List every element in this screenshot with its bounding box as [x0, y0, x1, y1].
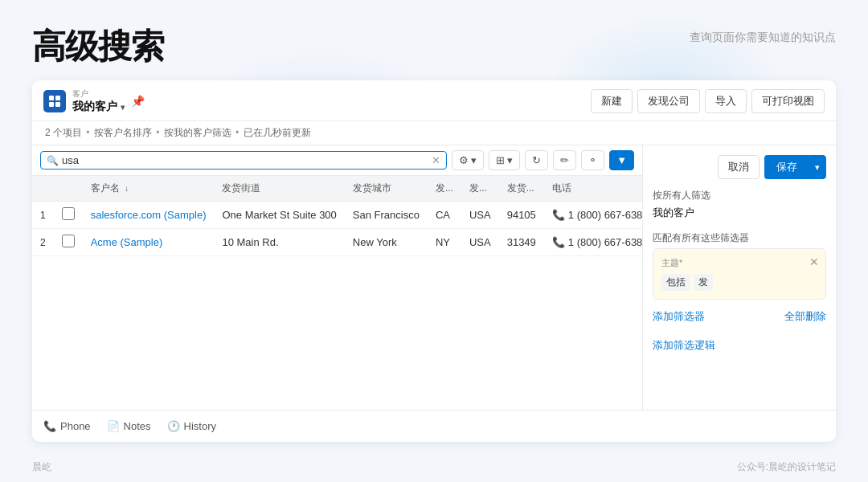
table-row: 1 salesforce.com (Sample) One Market St …	[32, 202, 643, 229]
data-table: 客户名 ↓ 发货街道 发货城市 发... 发... 发货... 电话 1	[32, 176, 643, 256]
footer-left: 晨屹	[32, 460, 51, 474]
cell-street-1: One Market St Suite 300	[214, 202, 344, 229]
filter-icon: ▼	[616, 154, 627, 166]
cell-zip-2: 31349	[499, 229, 544, 256]
print-view-button[interactable]: 可打印视图	[751, 89, 825, 113]
chevron-down-icon: ▾	[471, 154, 477, 166]
phone-icon-2: 📞	[552, 236, 565, 248]
settings-button[interactable]: ⚙ ▾	[452, 150, 484, 170]
remove-all-link[interactable]: 全部删除	[784, 309, 826, 324]
col-header-street: 发货街道	[214, 176, 344, 202]
sort-icon-name: ↓	[125, 184, 129, 193]
owner-value: 我的客户	[653, 206, 826, 220]
filter-button[interactable]: ▼	[609, 150, 634, 170]
filter-tag-0: 包括	[661, 274, 690, 291]
tab-history[interactable]: 🕐 History	[167, 412, 216, 440]
table-row: 2 Acme (Sample) 10 Main Rd. New York NY …	[32, 229, 643, 256]
gear-icon: ⚙	[459, 154, 469, 166]
row-num-1: 1	[32, 202, 54, 229]
add-logic-link[interactable]: 添加筛选逻辑	[653, 338, 826, 353]
cell-country-1: USA	[461, 202, 499, 229]
search-icon: 🔍	[47, 155, 59, 166]
tab-history-label: History	[184, 420, 216, 432]
breadcrumb-title-text: 我的客户	[72, 100, 117, 114]
refresh-button[interactable]: ↻	[525, 150, 548, 170]
save-button-group: 保存 ▾	[764, 155, 826, 179]
svg-rect-0	[49, 96, 54, 100]
cell-name-2[interactable]: Acme (Sample)	[83, 229, 215, 256]
cell-city-1: San Francisco	[345, 202, 428, 229]
filter-box-title: 主题*	[661, 257, 817, 269]
cell-city-2: New York	[345, 229, 428, 256]
right-panel: 取消 保存 ▾ 按所有人筛选 我的客户 匹配有所有这些筛选器 主题* 包括 发 …	[643, 145, 836, 410]
tab-phone-label: Phone	[60, 420, 91, 432]
import-button[interactable]: 导入	[705, 89, 747, 113]
header-actions: 新建 发现公司 导入 可打印视图	[591, 89, 825, 113]
filter-box: 主题* 包括 发 ✕	[653, 248, 826, 300]
table-body: 1 salesforce.com (Sample) One Market St …	[32, 202, 643, 256]
grid-icon	[48, 95, 61, 108]
cell-phone-2[interactable]: 📞1 (800) 667-6389	[544, 229, 643, 256]
filter-close-icon[interactable]: ✕	[809, 255, 819, 268]
search-clear-icon[interactable]: ✕	[432, 154, 440, 166]
panel-actions: 取消 保存 ▾	[653, 155, 826, 179]
extra-icon: ⚬	[588, 154, 597, 166]
breadcrumb: 客户 我的客户 ▾	[72, 88, 125, 114]
save-button[interactable]: 保存	[764, 155, 809, 179]
cell-name-1[interactable]: salesforce.com (Sample)	[83, 202, 215, 229]
search-bar-row: 🔍 ✕ ⚙ ▾ ⊞ ▾ ↻ ✏ ⚬	[32, 145, 642, 176]
page-title: 高级搜索	[32, 24, 164, 69]
add-filter-link[interactable]: 添加筛选器	[653, 309, 705, 324]
notes-tab-icon: 📄	[107, 420, 120, 432]
cell-zip-1: 94105	[499, 202, 544, 229]
filter-bar-items: 2 个项目 • 按客户名排序 • 按我的客户筛选 • 已在几秒前更新	[45, 127, 311, 138]
columns-icon: ⊞	[496, 154, 505, 166]
filter-tag-1: 发	[694, 274, 713, 291]
col-header-phone: 电话	[544, 176, 643, 202]
chevron-down-icon: ▾	[121, 103, 125, 112]
save-caret-button[interactable]: ▾	[809, 155, 826, 179]
main-card: 客户 我的客户 ▾ 📌 新建 发现公司 导入 可打印视图 2 个项目 • 按客户…	[32, 80, 836, 442]
tab-notes[interactable]: 📄 Notes	[107, 412, 151, 440]
filter-bar: 2 个项目 • 按客户名排序 • 按我的客户筛选 • 已在几秒前更新	[32, 121, 836, 145]
row-link-2[interactable]: Acme (Sample)	[91, 236, 163, 248]
phone-tab-icon: 📞	[43, 420, 56, 432]
row-checkbox-1[interactable]	[62, 207, 75, 220]
row-link-1[interactable]: salesforce.com (Sample)	[91, 209, 207, 221]
cancel-button[interactable]: 取消	[718, 155, 760, 179]
filter-tag-row: 包括 发	[661, 274, 817, 291]
svg-rect-2	[49, 102, 54, 107]
breadcrumb-label: 客户	[72, 88, 125, 100]
new-button[interactable]: 新建	[591, 89, 633, 113]
cell-phone-1[interactable]: 📞1 (800) 667-6389	[544, 202, 643, 229]
phone-icon-1: 📞	[552, 209, 565, 221]
refresh-icon: ↻	[532, 154, 541, 166]
chevron-down-icon-2: ▾	[507, 154, 513, 166]
page-title-area: 高级搜索	[32, 24, 164, 69]
discover-button[interactable]: 发现公司	[637, 89, 700, 113]
col-header-city: 发货城市	[345, 176, 428, 202]
extra-button[interactable]: ⚬	[581, 150, 604, 170]
col-header-name[interactable]: 客户名 ↓	[83, 176, 215, 202]
breadcrumb-title-row[interactable]: 我的客户 ▾	[72, 100, 125, 114]
tab-notes-label: Notes	[124, 420, 151, 432]
row-checkbox-2[interactable]	[62, 235, 75, 247]
bottom-tabs: 📞 Phone 📄 Notes 🕐 History	[32, 410, 836, 442]
row-num-2: 2	[32, 229, 54, 256]
pin-icon: 📌	[131, 95, 145, 108]
columns-button[interactable]: ⊞ ▾	[489, 150, 520, 170]
content-area: 🔍 ✕ ⚙ ▾ ⊞ ▾ ↻ ✏ ⚬	[32, 145, 836, 410]
card-header: 客户 我的客户 ▾ 📌 新建 发现公司 导入 可打印视图	[32, 80, 836, 121]
col-header-country: 发...	[461, 176, 499, 202]
tab-phone[interactable]: 📞 Phone	[43, 412, 91, 440]
col-header-zip: 发货...	[499, 176, 544, 202]
match-section-label: 匹配有所有这些筛选器	[653, 231, 826, 245]
pencil-icon: ✏	[560, 154, 569, 166]
cell-street-2: 10 Main Rd.	[214, 229, 344, 256]
owner-section-label: 按所有人筛选	[653, 189, 826, 202]
search-input-wrap[interactable]: 🔍 ✕	[40, 151, 447, 170]
cell-country-2: USA	[461, 229, 499, 256]
search-input[interactable]	[62, 154, 428, 166]
table-section: 🔍 ✕ ⚙ ▾ ⊞ ▾ ↻ ✏ ⚬	[32, 145, 643, 410]
edit-button[interactable]: ✏	[553, 150, 576, 170]
